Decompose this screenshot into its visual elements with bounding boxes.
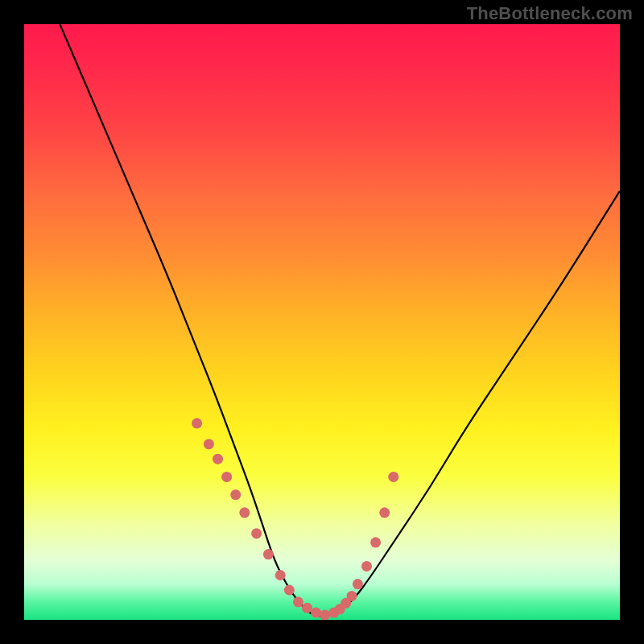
marker-dot bbox=[347, 591, 357, 601]
bottleneck-curve bbox=[60, 24, 620, 616]
marker-dot bbox=[361, 561, 372, 572]
marker-dot bbox=[263, 549, 274, 559]
marker-dot bbox=[293, 597, 303, 607]
plot-area bbox=[24, 24, 620, 620]
marker-dot bbox=[275, 570, 286, 580]
marker-dot bbox=[379, 507, 390, 518]
marker-dot bbox=[251, 528, 262, 539]
marker-dot bbox=[239, 507, 250, 518]
marker-dot bbox=[320, 610, 330, 620]
marker-dot bbox=[284, 585, 295, 596]
marker-dot bbox=[370, 537, 381, 547]
marker-dot bbox=[388, 472, 398, 482]
marker-dot bbox=[192, 418, 202, 428]
watermark-label: TheBottleneck.com bbox=[467, 3, 633, 24]
marker-dot bbox=[230, 489, 241, 500]
marker-group bbox=[192, 418, 398, 620]
marker-dot bbox=[221, 472, 232, 482]
marker-dot bbox=[311, 608, 321, 618]
marker-dot bbox=[213, 454, 223, 464]
curve-layer bbox=[24, 24, 620, 620]
chart-stage: TheBottleneck.com bbox=[0, 0, 644, 644]
marker-dot bbox=[302, 603, 312, 613]
marker-dot bbox=[353, 579, 363, 589]
marker-dot bbox=[204, 439, 214, 449]
